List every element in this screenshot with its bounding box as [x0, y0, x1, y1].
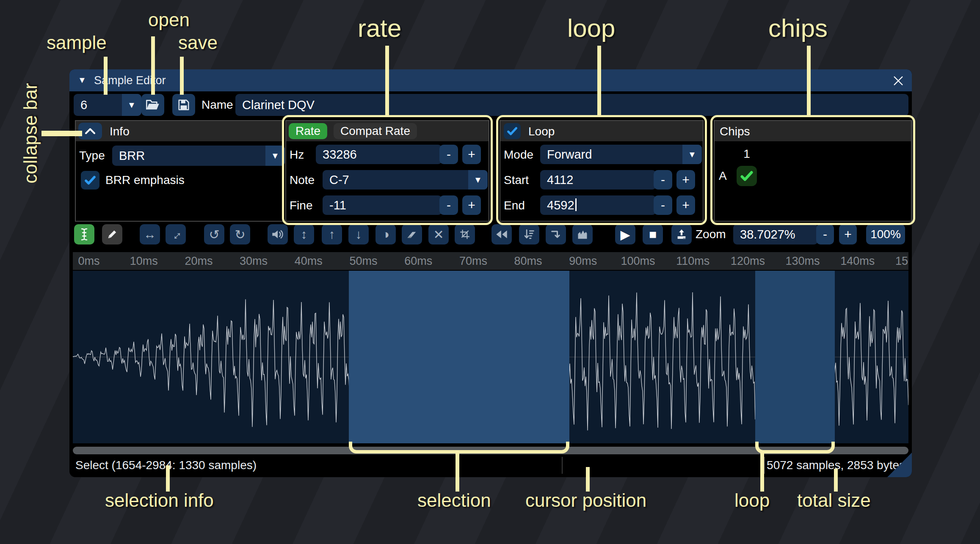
play-button[interactable]: ▶: [615, 224, 635, 245]
diagonal-arrows-icon: ↔: [166, 225, 185, 244]
stretch-horizontal-button[interactable]: ↔: [140, 224, 160, 245]
annotation-box-rate: [282, 115, 493, 225]
type-label: Type: [79, 145, 105, 167]
normalize-button[interactable]: ↕: [294, 224, 314, 245]
annotation-box-loop: [496, 115, 707, 225]
collapse-triangle-icon[interactable]: ▼: [78, 75, 86, 85]
play-icon: ▶: [620, 227, 630, 242]
crossfade-loop-button[interactable]: [546, 224, 566, 245]
annotation-sample: sample: [47, 32, 107, 53]
resize-free-button[interactable]: ↔: [166, 224, 186, 245]
speaker-icon: [271, 229, 284, 240]
resize-grip[interactable]: [887, 453, 912, 477]
annotation-rate: rate: [358, 14, 401, 43]
annotation-line-total-size: [834, 469, 838, 492]
annotation-line-open: [151, 36, 155, 95]
ruler-tick: 120ms: [731, 255, 765, 268]
annotation-line-save: [180, 57, 184, 95]
info-panel-header: Info: [76, 121, 283, 141]
annotation-chips: chips: [768, 14, 828, 43]
ruler-tick: 40ms: [295, 255, 323, 268]
brr-emphasis-label: BRR emphasis: [105, 169, 185, 191]
annotation-selection: selection: [417, 490, 491, 511]
rewind-button[interactable]: [491, 224, 512, 245]
arrow-up-icon: ↑: [329, 227, 335, 242]
brr-emphasis-checkbox[interactable]: [81, 171, 99, 190]
delete-selection-button[interactable]: ✕: [428, 224, 449, 245]
annotation-loop: loop: [567, 14, 615, 43]
sample-number-dropdown[interactable]: 6 ▼: [74, 94, 141, 116]
chevron-up-icon: [85, 127, 96, 135]
annotation-line-loop: [597, 46, 601, 117]
annotation-selection-info: selection info: [105, 490, 214, 511]
preview-sound-button[interactable]: [268, 224, 288, 245]
screen: ▼ Sample Editor 6 ▼ Name Clari: [0, 0, 980, 544]
zoom-out-button[interactable]: -: [816, 224, 834, 245]
export-button[interactable]: [671, 224, 692, 245]
open-button[interactable]: [141, 94, 164, 116]
sample-name-value: Clarinet DQV: [242, 98, 315, 112]
zoom-in-button[interactable]: +: [839, 224, 857, 245]
trim-button[interactable]: [455, 224, 475, 245]
zoom-label: Zoom: [696, 223, 726, 245]
redo-button[interactable]: ↻: [230, 224, 250, 245]
ruler-tick: 10ms: [130, 255, 158, 268]
ruler-tick: 100ms: [621, 255, 655, 268]
checkmark-icon: [84, 174, 97, 187]
ruler-tick: 50ms: [349, 255, 377, 268]
horizontal-arrows-icon: ↔: [144, 227, 156, 242]
upload-icon: [676, 228, 687, 240]
arrow-turn-down-icon: [550, 228, 562, 240]
folder-open-icon: [146, 99, 160, 111]
annotation-line-rate: [385, 46, 389, 117]
eraser-icon: [406, 229, 418, 239]
annotation-line-collapse-bar: [41, 131, 82, 136]
titlebar[interactable]: ▼ Sample Editor: [69, 69, 912, 91]
annotation-line-cursor-position: [586, 467, 590, 492]
ruler-tick: 20ms: [185, 255, 213, 268]
invert-button[interactable]: ◑: [375, 224, 396, 245]
stop-button[interactable]: ■: [643, 224, 663, 245]
waveform-view[interactable]: [73, 271, 908, 443]
silence-button[interactable]: [402, 224, 422, 245]
sort-samples-button[interactable]: [519, 224, 539, 245]
name-label: Name: [202, 94, 233, 116]
ruler-tick: 80ms: [514, 255, 542, 268]
amplify-down-button[interactable]: ↓: [348, 224, 369, 245]
ruler-tick: 70ms: [459, 255, 487, 268]
draw-tool-button[interactable]: [102, 224, 122, 245]
annotation-collapse-bar: collapse bar: [20, 83, 41, 183]
sample-number-value: 6: [80, 98, 87, 112]
save-button[interactable]: [172, 94, 195, 116]
waveform-icon: [577, 228, 588, 240]
ruler-tick: 110ms: [676, 255, 709, 268]
redo-icon: ↻: [235, 227, 245, 242]
select-tool-button[interactable]: [74, 224, 94, 245]
chevron-down-icon: ▼: [122, 94, 141, 116]
annotation-line-selection: [455, 451, 459, 492]
zoom-input[interactable]: 38.7027%: [733, 224, 818, 245]
amplify-up-button[interactable]: ↑: [322, 224, 342, 245]
close-button[interactable]: [891, 73, 906, 88]
floppy-disk-icon: [177, 99, 190, 111]
rewind-icon: [495, 229, 508, 239]
annotation-line-chips: [807, 46, 811, 117]
annotation-line-loop-bottom: [760, 451, 764, 492]
undo-button[interactable]: ↺: [204, 224, 224, 245]
annotation-save: save: [178, 32, 218, 53]
stop-icon: ■: [649, 227, 657, 242]
ruler-tick: 60ms: [404, 255, 432, 268]
filter-button[interactable]: [572, 224, 593, 245]
annotation-box-chips: [710, 115, 915, 225]
arrow-down-icon: ↓: [356, 227, 362, 242]
type-dropdown[interactable]: BRR ▼: [112, 146, 285, 166]
annotation-bracket-selection: [349, 442, 569, 453]
timeline-ruler[interactable]: 0ms10ms20ms30ms40ms50ms60ms70ms80ms90ms1…: [73, 252, 908, 270]
annotation-bracket-loop: [755, 442, 835, 453]
zoom-reset-button[interactable]: 100%: [866, 224, 905, 245]
loop-region: [755, 271, 835, 443]
ruler-tick: 30ms: [240, 255, 268, 268]
selection-region: [349, 271, 569, 443]
annotation-cursor-position: cursor position: [525, 490, 646, 511]
ruler-tick: 0ms: [78, 255, 99, 268]
